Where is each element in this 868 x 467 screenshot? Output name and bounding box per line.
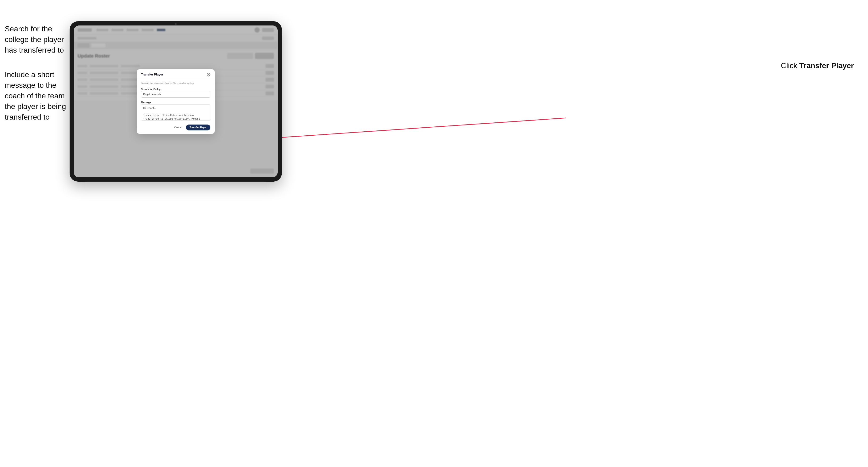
annotation-text-1: Search for the college the player has tr… [5,24,68,55]
annotation-left: Search for the college the player has tr… [5,24,68,136]
annotation-right-bold: Transfer Player [799,61,854,70]
modal-close-button[interactable]: ✕ [207,73,210,76]
modal-header: Transfer Player ✕ [137,69,215,79]
transfer-player-modal: Transfer Player ✕ Transfer the player an… [137,69,215,134]
college-search-input[interactable] [141,91,210,98]
modal-footer: Cancel Transfer Player [137,122,215,134]
annotation-right-prefix: Click [781,61,799,70]
message-textarea[interactable]: Hi Coach, I understand Chris Robertson h… [141,104,210,121]
modal-title: Transfer Player [141,73,163,76]
modal-description: Transfer the player and their profile to… [141,82,210,85]
modal-overlay: Transfer Player ✕ Transfer the player an… [74,26,278,177]
annotation-text-2: Include a short message to the coach of … [5,69,68,122]
transfer-player-button[interactable]: Transfer Player [186,125,210,130]
tablet-screen: Update Roster [74,26,278,177]
tablet-camera [175,23,177,25]
modal-body: Transfer the player and their profile to… [137,79,215,122]
message-field-label: Message [141,101,151,104]
cancel-button[interactable]: Cancel [173,125,184,130]
college-field-label: Search for College [141,88,162,91]
tablet-frame: Update Roster [69,21,282,182]
annotation-right: Click Transfer Player [781,61,854,70]
